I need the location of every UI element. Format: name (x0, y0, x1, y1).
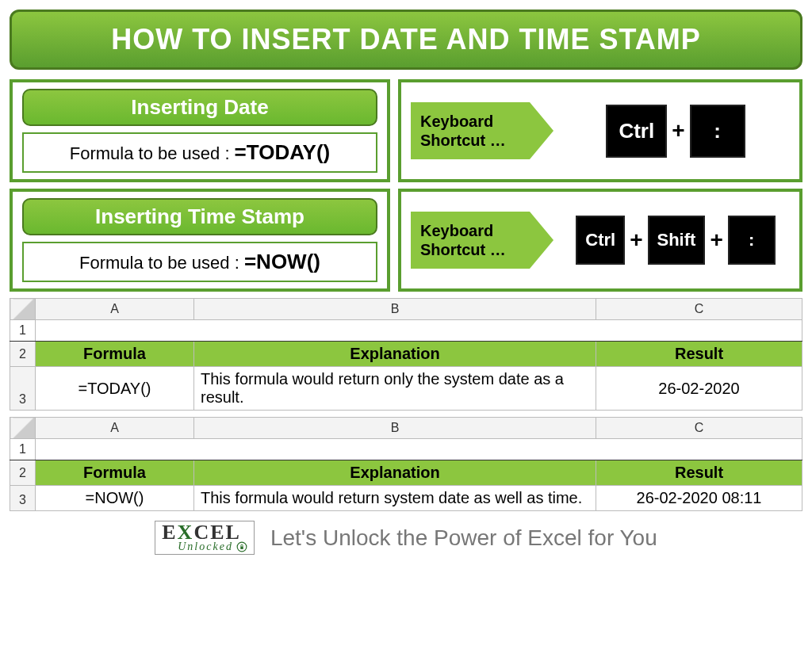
time-right-panel: Keyboard Shortcut … Ctrl + Shift + : (398, 189, 802, 292)
corner-cell (10, 299, 36, 320)
formula-label: Formula to be used : (70, 143, 235, 163)
cell-formula: =NOW() (36, 486, 194, 511)
section-date: Inserting Date Formula to be used : =TOD… (10, 79, 802, 182)
lock-icon (236, 541, 247, 552)
key-ctrl: Ctrl (576, 216, 625, 265)
time-left-panel: Inserting Time Stamp Formula to be used … (10, 189, 390, 292)
plus-icon: + (710, 227, 722, 253)
col-header-a: A (36, 418, 194, 439)
row-header-2: 2 (10, 460, 36, 486)
brand-logo: EXCEL Unlocked (155, 521, 255, 555)
brand-top: EXCEL (162, 523, 247, 541)
plus-icon: + (630, 227, 642, 253)
th-formula: Formula (36, 460, 194, 486)
cell-result: 26-02-2020 (596, 367, 802, 411)
th-explanation: Explanation (194, 460, 596, 486)
footer: EXCEL Unlocked Let's Unlock the Power of… (10, 521, 802, 555)
formula-text: =NOW() (244, 250, 320, 273)
time-shortcut-keys: Ctrl + Shift + : (561, 216, 790, 265)
col-header-b: B (194, 418, 596, 439)
date-right-panel: Keyboard Shortcut … Ctrl + : (398, 79, 802, 182)
brand-bottom: Unlocked (178, 541, 247, 552)
key-colon: : (728, 216, 776, 265)
date-left-panel: Inserting Date Formula to be used : =TOD… (10, 79, 390, 182)
th-formula: Formula (36, 342, 194, 367)
plus-icon: + (672, 118, 684, 143)
empty-cell (36, 320, 802, 342)
page-title: HOW TO INSERT DATE AND TIME STAMP (10, 10, 802, 70)
th-result: Result (596, 460, 802, 486)
brand-bot-text: Unlocked (178, 542, 233, 552)
row-header-3: 3 (10, 486, 36, 511)
shortcut-label-arrow: Keyboard Shortcut … (411, 102, 530, 159)
corner-cell (10, 418, 36, 439)
row-header-1: 1 (10, 439, 36, 460)
col-header-b: B (194, 299, 596, 320)
formula-label: Formula to be used : (79, 253, 244, 273)
cell-formula: =TODAY() (36, 367, 194, 411)
key-ctrl: Ctrl (606, 105, 667, 158)
key-colon: : (690, 105, 745, 158)
row-header-1: 1 (10, 320, 36, 342)
cell-explanation: This formula would return system date as… (194, 486, 596, 511)
row-header-2: 2 (10, 342, 36, 367)
col-header-c: C (596, 418, 802, 439)
formula-text: =TODAY() (235, 140, 331, 164)
shortcut-label-arrow: Keyboard Shortcut … (411, 212, 530, 269)
section-time: Inserting Time Stamp Formula to be used … (10, 189, 802, 292)
time-formula-box: Formula to be used : =NOW() (22, 242, 377, 282)
cell-result: 26-02-2020 08:11 (596, 486, 802, 511)
date-header: Inserting Date (22, 89, 377, 126)
th-explanation: Explanation (194, 342, 596, 367)
date-formula-box: Formula to be used : =TODAY() (22, 132, 377, 173)
col-header-c: C (596, 299, 802, 320)
cell-explanation: This formula would return only the syste… (194, 367, 596, 411)
svg-rect-1 (240, 547, 243, 550)
row-header-3: 3 (10, 367, 36, 411)
empty-cell (36, 439, 802, 460)
footer-tagline: Let's Unlock the Power of Excel for You (270, 525, 657, 551)
key-shift: Shift (648, 216, 706, 265)
excel-table-now: A B C 1 2 Formula Explanation Result 3 =… (10, 417, 802, 511)
th-result: Result (596, 342, 802, 367)
col-header-a: A (36, 299, 194, 320)
excel-table-today: A B C 1 2 Formula Explanation Result 3 =… (10, 298, 802, 411)
date-shortcut-keys: Ctrl + : (561, 105, 790, 158)
time-header: Inserting Time Stamp (22, 198, 377, 235)
